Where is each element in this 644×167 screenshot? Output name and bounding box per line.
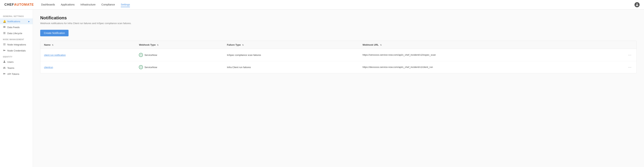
row1-failure-type: InSpec compliance scan failures <box>223 49 359 61</box>
svg-rect-6 <box>3 34 6 34</box>
create-notification-button[interactable]: Create Notification <box>40 30 68 36</box>
sidebar-item-users[interactable]: Users <box>0 59 33 65</box>
col-failure-type[interactable]: Failure Type ⇅ <box>223 41 359 49</box>
svg-point-7 <box>140 54 142 56</box>
svg-rect-2 <box>3 27 6 28</box>
node-credentials-icon <box>3 49 6 52</box>
sidebar-api-tokens-label: API Tokens <box>7 73 19 75</box>
row2-failure-type: Infra Client run failures <box>223 61 359 73</box>
nav-right <box>634 2 640 7</box>
table-row: clientrun ServiceNow Infra Client run fa… <box>40 61 636 73</box>
svg-rect-1 <box>3 27 6 27</box>
sidebar-node-credentials-label: Node Credentials <box>7 49 26 52</box>
row1-webhook-type-label: ServiceNow <box>144 54 157 56</box>
svg-rect-4 <box>3 33 6 33</box>
notifications-table-wrap: Name ⇅ Webhook Type ⇅ Failure Type ⇅ W <box>40 41 637 73</box>
sidebar-item-teams[interactable]: Teams <box>0 65 33 71</box>
sidebar-teams-label: Teams <box>7 67 14 69</box>
servicenow-icon-row1 <box>139 53 143 57</box>
notifications-table: Name ⇅ Webhook Type ⇅ Failure Type ⇅ W <box>40 41 636 73</box>
name-sort-icon: ⇅ <box>52 44 53 46</box>
nav-infrastructure[interactable]: Infrastructure <box>80 2 96 7</box>
row1-name: client run notification <box>40 49 135 61</box>
nav-dashboards[interactable]: Dashboards <box>41 2 55 7</box>
svg-rect-5 <box>3 33 6 33</box>
row2-more-button[interactable]: ⋯ <box>627 64 633 70</box>
webhook-url-sort-icon: ⇅ <box>380 44 382 46</box>
nav-settings[interactable]: Settings <box>121 2 130 7</box>
col-name[interactable]: Name ⇅ <box>40 41 135 49</box>
nav-links: Dashboards Applications Infrastructure C… <box>41 2 634 7</box>
sidebar-item-data-lifecycle[interactable]: Data Lifecycle <box>0 30 33 36</box>
node-integrations-icon <box>3 43 6 46</box>
row2-actions: ⋯ <box>623 61 636 73</box>
sidebar-item-node-integrations[interactable]: Node Integrations <box>0 42 33 48</box>
svg-point-8 <box>140 66 142 68</box>
row2-webhook-type-label: ServiceNow <box>144 66 157 69</box>
col-webhook-type[interactable]: Webhook Type ⇅ <box>135 41 223 49</box>
row2-name-link[interactable]: clientrun <box>44 66 53 69</box>
webhook-type-sort-icon: ⇅ <box>157 44 158 46</box>
table-row: client run notification ServiceNow InSpe… <box>40 49 636 61</box>
logo-automate: AUTOMATE <box>14 3 34 6</box>
main-layout: GENERAL SETTINGS 🔔 Notifications ▶ Data … <box>0 9 644 167</box>
row1-actions: ⋯ <box>623 49 636 61</box>
logo-chef: CHEF <box>4 3 14 6</box>
api-tokens-icon <box>3 72 6 76</box>
row1-more-button[interactable]: ⋯ <box>627 52 633 58</box>
row1-name-link[interactable]: client run notification <box>44 54 66 56</box>
svg-rect-0 <box>3 26 6 26</box>
top-nav: CHEFAUTOMATE Dashboards Applications Inf… <box>0 0 644 9</box>
servicenow-icon-row2 <box>139 65 143 69</box>
nav-applications[interactable]: Applications <box>61 2 75 7</box>
failure-type-sort-icon: ⇅ <box>242 44 244 46</box>
col-actions <box>623 41 636 49</box>
row2-name: clientrun <box>40 61 135 73</box>
users-icon <box>3 60 6 63</box>
page-subtitle: Webhook notifications for Infra Client r… <box>40 22 637 25</box>
sidebar-users-label: Users <box>7 61 14 63</box>
row1-webhook-type: ServiceNow <box>135 49 223 61</box>
sidebar-section-node-mgmt: NODE MANAGEMENT <box>0 36 33 42</box>
col-webhook-url[interactable]: Webhook URL ⇅ <box>359 41 623 49</box>
chevron-icon: ▶ <box>28 20 30 22</box>
sidebar-item-node-credentials[interactable]: Node Credentials <box>0 48 33 54</box>
sidebar-item-notifications[interactable]: 🔔 Notifications ▶ <box>0 18 33 24</box>
data-feeds-icon <box>3 26 6 29</box>
row2-webhook-type: ServiceNow <box>135 61 223 73</box>
nav-compliance[interactable]: Compliance <box>102 2 115 7</box>
sidebar-item-api-tokens[interactable]: API Tokens <box>0 71 33 77</box>
data-lifecycle-icon <box>3 32 6 35</box>
sidebar-section-general: GENERAL SETTINGS <box>0 13 33 18</box>
row2-webhook-url: https://devxxxxx.service-now.com/api/x_c… <box>359 61 623 73</box>
bell-icon: 🔔 <box>3 20 6 23</box>
main-content: Notifications Webhook notifications for … <box>33 9 644 167</box>
sidebar-notifications-label: Notifications <box>7 20 20 23</box>
table-header-row: Name ⇅ Webhook Type ⇅ Failure Type ⇅ W <box>40 41 636 49</box>
sidebar-section-identity: IDENTITY <box>0 54 33 59</box>
sidebar-data-lifecycle-label: Data Lifecycle <box>7 32 22 35</box>
sidebar-item-data-feeds[interactable]: Data Feeds <box>0 24 33 30</box>
sidebar-data-feeds-label: Data Feeds <box>7 26 20 29</box>
row1-webhook-url: https://venxxxxx.service-now.com/api/x_c… <box>359 49 623 61</box>
teams-icon <box>3 66 6 70</box>
sidebar: GENERAL SETTINGS 🔔 Notifications ▶ Data … <box>0 9 33 167</box>
page-title: Notifications <box>40 15 637 20</box>
sidebar-node-integrations-label: Node Integrations <box>7 43 26 46</box>
user-avatar[interactable] <box>634 2 640 7</box>
logo: CHEFAUTOMATE <box>4 3 34 6</box>
